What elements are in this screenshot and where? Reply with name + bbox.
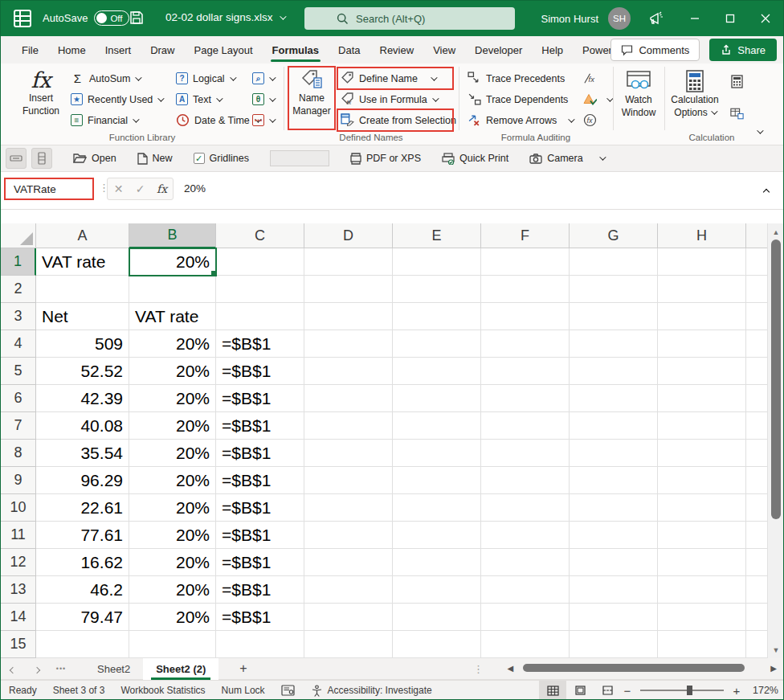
cell-D11[interactable] — [304, 522, 393, 549]
tab-data[interactable]: Data — [329, 36, 370, 63]
cell-D10[interactable] — [304, 494, 393, 522]
cell-B13[interactable]: 20% — [129, 576, 216, 604]
cell-D8[interactable] — [304, 440, 393, 467]
more-functions-button[interactable]: ⋯ — [250, 110, 274, 130]
cell-C6[interactable]: =$B$1 — [216, 385, 304, 412]
cell-G12[interactable] — [570, 549, 658, 576]
cell-E6[interactable] — [393, 385, 481, 412]
cell-A3[interactable]: Net — [36, 303, 129, 330]
row-header-8[interactable]: 8 — [1, 440, 36, 467]
cell-partial-4[interactable] — [746, 330, 769, 358]
cell-C10[interactable]: =$B$1 — [216, 494, 304, 522]
cell-C9[interactable]: =$B$1 — [216, 467, 304, 494]
cell-G11[interactable] — [570, 522, 658, 549]
calculation-options-button[interactable]: Calculation Options — [669, 68, 721, 118]
cell-B2[interactable] — [129, 276, 216, 303]
text-button[interactable]: A Text — [174, 89, 221, 109]
sheet-list-button[interactable]: ••• — [49, 665, 73, 673]
cell-H8[interactable] — [658, 440, 746, 467]
row-header-7[interactable]: 7 — [1, 412, 36, 440]
row-header-11[interactable]: 11 — [1, 522, 36, 549]
cell-partial-3[interactable] — [746, 303, 769, 330]
trace-dependents-button[interactable]: Trace Dependents — [465, 89, 568, 109]
save-icon[interactable] — [129, 10, 144, 25]
cell-H10[interactable] — [658, 494, 746, 522]
tab-view[interactable]: View — [423, 36, 465, 63]
cell-F10[interactable] — [481, 494, 570, 522]
cell-A5[interactable]: 52.52 — [36, 358, 129, 385]
cell-F12[interactable] — [481, 549, 570, 576]
cell-H1[interactable] — [658, 248, 746, 276]
cell-partial-15[interactable] — [746, 631, 769, 658]
tab-review[interactable]: Review — [370, 36, 424, 63]
cell-F8[interactable] — [481, 440, 570, 467]
autosave-control[interactable]: AutoSave Off — [43, 10, 129, 26]
view-page-break-button[interactable] — [594, 681, 621, 700]
recently-used-button[interactable]: ★ Recently Used — [68, 89, 162, 109]
formula-bar-value[interactable]: 20% — [184, 182, 206, 194]
cell-E5[interactable] — [393, 358, 481, 385]
cell-C14[interactable]: =$B$1 — [216, 604, 304, 631]
cell-D15[interactable] — [304, 631, 393, 658]
close-button[interactable] — [748, 1, 783, 36]
document-title[interactable]: 02-02 dollar signs.xlsx — [165, 11, 284, 23]
cell-G8[interactable] — [570, 440, 658, 467]
collapse-ribbon-button[interactable] — [754, 121, 762, 141]
accessibility-status[interactable]: Accessibility: Investigate — [303, 685, 440, 697]
row-header-9[interactable]: 9 — [1, 467, 36, 494]
cell-F4[interactable] — [481, 330, 570, 358]
cell-B12[interactable]: 20% — [129, 549, 216, 576]
autosave-toggle[interactable]: Off — [94, 10, 129, 26]
autosum-button[interactable]: Σ AutoSum — [68, 68, 140, 88]
row-header-3[interactable]: 3 — [1, 303, 36, 330]
cell-partial-8[interactable] — [746, 440, 769, 467]
use-in-formula-button[interactable]: fx Use in Formula — [338, 89, 437, 109]
open-button[interactable]: Open — [73, 153, 116, 164]
cell-A4[interactable]: 509 — [36, 330, 129, 358]
expand-formula-bar-button[interactable] — [764, 183, 769, 198]
sheet-tab-sheet2[interactable]: Sheet2 — [84, 658, 143, 680]
feedback-megaphone-icon[interactable] — [648, 10, 664, 27]
cell-E10[interactable] — [393, 494, 481, 522]
cell-C4[interactable]: =$B$1 — [216, 330, 304, 358]
cell-H6[interactable] — [658, 385, 746, 412]
cell-B8[interactable]: 20% — [129, 440, 216, 467]
cell-partial-1[interactable] — [746, 248, 769, 276]
excel-app-icon[interactable] — [14, 10, 31, 27]
sheet-tab-sheet2-2-[interactable]: Sheet2 (2) — [143, 658, 218, 680]
name-box[interactable]: VATRate — [4, 178, 94, 200]
gridlines-checkbox[interactable]: ✓ Gridlines — [194, 153, 249, 164]
cell-E11[interactable] — [393, 522, 481, 549]
cell-C13[interactable]: =$B$1 — [216, 576, 304, 604]
cell-F1[interactable] — [481, 248, 570, 276]
cell-G7[interactable] — [570, 412, 658, 440]
tab-formulas[interactable]: Formulas — [263, 36, 329, 63]
cell-C15[interactable] — [216, 631, 304, 658]
define-name-button[interactable]: Define Name — [338, 68, 452, 88]
cell-B3[interactable]: VAT rate — [129, 303, 216, 330]
cell-partial-2[interactable] — [746, 276, 769, 303]
cell-A14[interactable]: 79.47 — [36, 604, 129, 631]
row-header-10[interactable]: 10 — [1, 494, 36, 522]
cell-C2[interactable] — [216, 276, 304, 303]
scroll-down-arrow[interactable]: ▼ — [768, 646, 784, 654]
sheet-nav-right[interactable] — [25, 663, 49, 675]
minimize-button[interactable] — [677, 1, 713, 36]
cell-F6[interactable] — [481, 385, 570, 412]
sheet-nav-left[interactable] — [1, 663, 25, 675]
row-header-4[interactable]: 4 — [1, 330, 36, 358]
qat-ribbon-display-button[interactable] — [6, 148, 27, 169]
cell-B6[interactable]: 20% — [129, 385, 216, 412]
pdf-or-xps-button[interactable]: PDF or XPS — [350, 153, 421, 165]
cell-F14[interactable] — [481, 604, 570, 631]
cell-G15[interactable] — [570, 631, 658, 658]
tab-home[interactable]: Home — [48, 36, 96, 63]
create-from-selection-button[interactable]: Create from Selection — [338, 110, 452, 130]
cell-B7[interactable]: 20% — [129, 412, 216, 440]
qat-layout-button[interactable] — [31, 148, 52, 169]
cell-H12[interactable] — [658, 549, 746, 576]
cell-A8[interactable]: 35.54 — [36, 440, 129, 467]
cell-D3[interactable] — [304, 303, 393, 330]
column-header-B[interactable]: B — [129, 223, 216, 248]
name-manager-button[interactable]: Name Manager — [289, 68, 334, 129]
